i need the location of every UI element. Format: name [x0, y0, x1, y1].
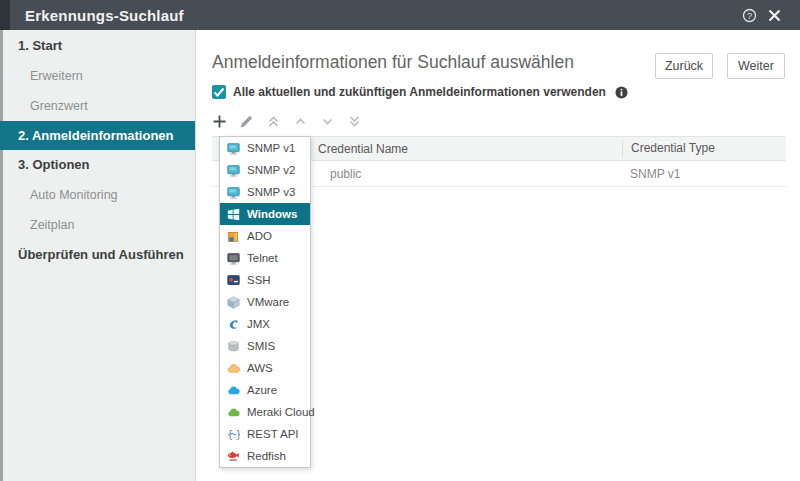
discovery-wizard-dialog: Erkennungs-Suchlauf ? 1. Start Erweitern…: [0, 0, 800, 481]
windows-icon: [227, 208, 240, 221]
dropdown-item-label: Azure: [247, 384, 277, 396]
dropdown-item-vmware[interactable]: VMware: [220, 291, 310, 313]
wizard-steps-sidebar: 1. Start Erweitern Grenzwert 2. Anmeldei…: [3, 30, 196, 481]
dropdown-item-label: REST API: [247, 428, 299, 440]
ado-database-icon: [227, 230, 240, 243]
dropdown-item-label: SNMP v2: [247, 164, 295, 176]
svg-text:{: {: [227, 428, 233, 439]
dialog-titlebar: Erkennungs-Suchlauf ?: [0, 0, 800, 30]
dropdown-item-label: Meraki Cloud: [247, 406, 315, 418]
dropdown-item-label: SNMP v1: [247, 142, 295, 154]
sidebar-item-start[interactable]: 1. Start: [3, 31, 195, 61]
snmp-monitor-icon: [227, 186, 240, 199]
dropdown-item-snmp-v1[interactable]: SNMP v1: [220, 137, 310, 159]
dropdown-item-ssh[interactable]: SSH: [220, 269, 310, 291]
info-icon[interactable]: [615, 86, 628, 99]
ssh-terminal-icon: [227, 274, 240, 287]
rest-api-icon: { }: [227, 428, 240, 441]
sidebar-item-grenzwert[interactable]: Grenzwert: [3, 91, 195, 121]
next-button[interactable]: Weiter: [727, 53, 785, 79]
dropdown-item-label: AWS: [247, 362, 273, 374]
column-header-credential-type[interactable]: Credential Type: [622, 140, 786, 157]
dropdown-item-meraki-cloud[interactable]: Meraki Cloud: [220, 401, 310, 423]
back-button[interactable]: Zurück: [655, 53, 713, 79]
telnet-terminal-icon: [227, 252, 240, 265]
dropdown-item-smis[interactable]: SMIS: [220, 335, 310, 357]
dropdown-item-label: ADO: [247, 230, 272, 242]
move-down-icon[interactable]: [320, 114, 335, 129]
meraki-cloud-icon: [227, 406, 240, 419]
add-icon[interactable]: [212, 114, 227, 129]
dropdown-item-aws[interactable]: AWS: [220, 357, 310, 379]
sidebar-item-ueberpruefen[interactable]: Überprüfen und Ausführen: [3, 240, 195, 270]
use-all-credentials-label: Alle aktuellen und zukünftigen Anmeldein…: [233, 85, 606, 99]
redfish-icon: [227, 450, 240, 463]
dropdown-item-label: SNMP v3: [247, 186, 295, 198]
dropdown-item-label: VMware: [247, 296, 289, 308]
dropdown-item-ado[interactable]: ADO: [220, 225, 310, 247]
dropdown-item-snmp-v3[interactable]: SNMP v3: [220, 181, 310, 203]
dropdown-item-telnet[interactable]: Telnet: [220, 247, 310, 269]
dropdown-item-label: Windows: [247, 208, 297, 220]
titlebar-corner: [0, 0, 10, 30]
credentials-toolbar: [212, 114, 362, 129]
sidebar-item-anmeldeinformationen[interactable]: 2. Anmeldeinformationen: [0, 121, 195, 150]
move-bottom-icon[interactable]: [347, 114, 362, 129]
sidebar-item-erweitern[interactable]: Erweitern: [3, 61, 195, 91]
help-icon[interactable]: ?: [742, 8, 757, 23]
checkmark-icon: [212, 85, 226, 99]
close-icon[interactable]: [767, 8, 782, 23]
azure-cloud-icon: [227, 384, 240, 397]
dropdown-item-azure[interactable]: Azure: [220, 379, 310, 401]
dialog-title: Erkennungs-Suchlauf: [25, 7, 184, 24]
sidebar-item-zeitplan[interactable]: Zeitplan: [3, 210, 195, 240]
credential-type-cell: SNMP v1: [622, 167, 786, 181]
sidebar-item-optionen[interactable]: 3. Optionen: [3, 150, 195, 180]
svg-text:?: ?: [747, 10, 752, 20]
dropdown-item-redfish[interactable]: Redfish: [220, 445, 310, 467]
dropdown-item-snmp-v2[interactable]: SNMP v2: [220, 159, 310, 181]
dropdown-item-label: Redfish: [247, 450, 286, 462]
move-up-icon[interactable]: [293, 114, 308, 129]
edit-icon[interactable]: [239, 114, 254, 129]
snmp-monitor-icon: [227, 142, 240, 155]
svg-text:}: }: [236, 428, 240, 439]
snmp-monitor-icon: [227, 164, 240, 177]
credential-type-dropdown: SNMP v1 SNMP v2 SNMP v3: [219, 136, 311, 468]
dropdown-item-windows[interactable]: Windows: [220, 203, 310, 225]
dropdown-item-label: Telnet: [247, 252, 278, 264]
dropdown-item-rest-api[interactable]: { } REST API: [220, 423, 310, 445]
dropdown-item-label: JMX: [247, 318, 270, 330]
dropdown-item-label: SSH: [247, 274, 271, 286]
dropdown-item-label: SMIS: [247, 340, 275, 352]
jmx-icon: [227, 318, 240, 331]
vmware-cube-icon: [227, 296, 240, 309]
smis-storage-icon: [227, 340, 240, 353]
page-title: Anmeldeinformationen für Suchlauf auswäh…: [212, 52, 574, 73]
aws-cloud-icon: [227, 362, 240, 375]
use-all-credentials-checkbox[interactable]: [212, 85, 226, 99]
move-top-icon[interactable]: [266, 114, 281, 129]
dropdown-item-jmx[interactable]: JMX: [220, 313, 310, 335]
sidebar-item-auto-monitoring[interactable]: Auto Monitoring: [3, 180, 195, 210]
